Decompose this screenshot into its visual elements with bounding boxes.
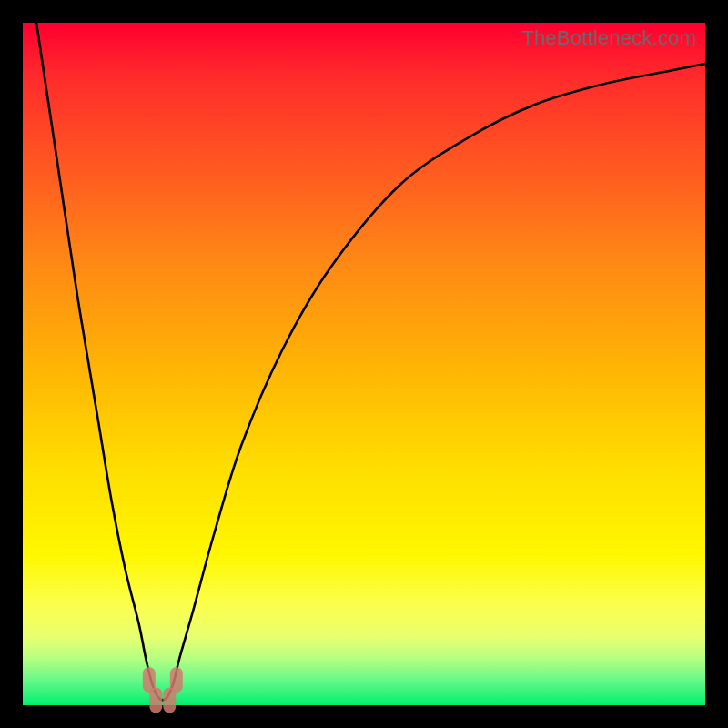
bottleneck-curve xyxy=(23,23,705,705)
chart-frame: TheBottleneck.com xyxy=(0,0,728,728)
chart-plot-area: TheBottleneck.com xyxy=(23,23,705,705)
curve-path xyxy=(36,23,705,700)
valley-bottom-left xyxy=(149,688,162,713)
valley-right-marker xyxy=(170,667,183,693)
valley-markers xyxy=(143,667,183,713)
